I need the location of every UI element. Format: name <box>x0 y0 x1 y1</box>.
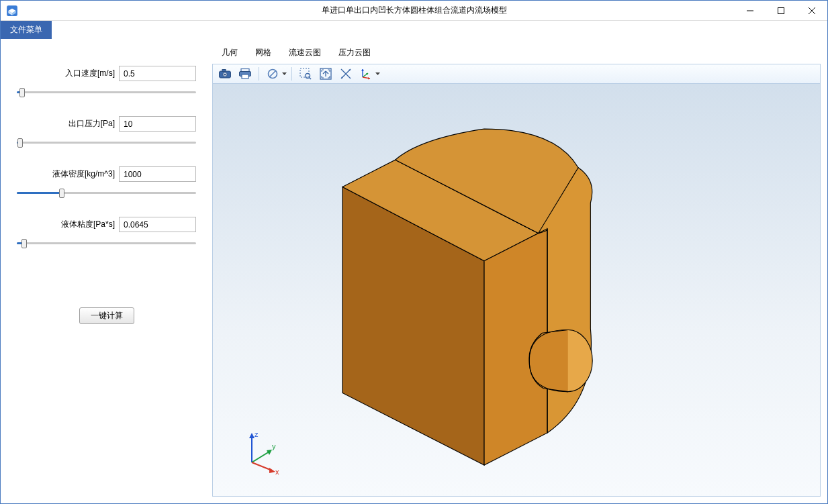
svg-rect-6 <box>222 70 226 72</box>
file-menu[interactable]: 文件菜单 <box>1 21 52 39</box>
svg-line-40 <box>252 462 272 470</box>
svg-rect-9 <box>241 69 249 72</box>
compute-button[interactable]: 一键计算 <box>79 307 134 324</box>
menubar: 文件菜单 <box>1 21 827 39</box>
app-window: 单进口单出口内凹长方体圆柱体组合流道内流场模型 文件菜单 入口速度[m/s] <box>0 0 828 504</box>
svg-marker-28 <box>368 77 370 80</box>
tab-velocity-contour[interactable]: 流速云图 <box>286 46 324 60</box>
svg-marker-24 <box>361 69 364 71</box>
fit-view-icon[interactable] <box>316 66 335 82</box>
svg-rect-15 <box>300 68 309 77</box>
orientation-triad: z y x <box>238 429 285 476</box>
inlet-velocity-input[interactable] <box>119 66 196 81</box>
zoom-select-icon[interactable] <box>296 66 315 82</box>
outlet-pressure-slider[interactable] <box>17 136 196 149</box>
reset-view-icon[interactable] <box>336 66 355 82</box>
tab-pressure-contour[interactable]: 压力云图 <box>336 46 373 60</box>
density-input[interactable] <box>119 166 196 182</box>
window-controls <box>735 1 827 20</box>
tab-geometry[interactable]: 几何 <box>219 46 240 60</box>
axes-icon[interactable] <box>357 66 375 82</box>
triad-x-label: x <box>275 468 279 476</box>
svg-rect-2 <box>778 7 784 13</box>
viewport-toolbar <box>212 64 821 84</box>
chevron-down-icon[interactable] <box>281 72 287 75</box>
viscosity-input[interactable] <box>119 217 196 232</box>
view-tabs: 几何 网格 流速云图 压力云图 <box>212 42 821 64</box>
svg-line-38 <box>252 452 269 462</box>
param-outlet-pressure: 出口压力[Pa] <box>17 116 196 149</box>
forbid-icon[interactable] <box>263 66 282 82</box>
maximize-button[interactable] <box>766 1 796 20</box>
viscosity-label: 液体粘度[Pa*s] <box>61 219 115 230</box>
app-icon <box>6 5 18 17</box>
inlet-velocity-label: 入口速度[m/s] <box>65 68 115 79</box>
outlet-pressure-input[interactable] <box>119 116 196 132</box>
svg-marker-37 <box>249 433 255 438</box>
triad-y-label: y <box>272 442 276 450</box>
svg-line-17 <box>310 78 312 80</box>
tab-mesh[interactable]: 网格 <box>252 46 274 60</box>
content-panel: 几何 网格 流速云图 压力云图 <box>212 39 827 503</box>
svg-marker-41 <box>269 468 275 473</box>
outlet-pressure-label: 出口压力[Pa] <box>68 118 115 130</box>
svg-line-13 <box>270 71 276 77</box>
toolbar-separator <box>291 67 292 81</box>
triad-z-label: z <box>255 430 259 438</box>
param-viscosity: 液体粘度[Pa*s] <box>17 217 196 250</box>
density-label: 液体密度[kg/m^3] <box>52 168 115 180</box>
chevron-down-icon[interactable] <box>374 72 381 75</box>
density-slider[interactable] <box>17 186 196 199</box>
param-density: 液体密度[kg/m^3] <box>17 166 196 199</box>
svg-point-8 <box>224 73 226 75</box>
close-button[interactable] <box>796 1 827 20</box>
viscosity-slider[interactable] <box>17 236 196 250</box>
svg-rect-11 <box>242 74 248 79</box>
param-inlet-velocity: 入口速度[m/s] <box>17 66 196 99</box>
print-icon[interactable] <box>236 66 255 82</box>
minimize-button[interactable] <box>735 1 766 20</box>
svg-marker-29 <box>375 72 380 75</box>
parameter-panel: 入口速度[m/s] 出口压力[Pa] <box>1 39 212 503</box>
geometry-model <box>213 84 820 496</box>
titlebar: 单进口单出口内凹长方体圆柱体组合流道内流场模型 <box>1 1 827 21</box>
toolbar-separator <box>259 67 259 81</box>
geometry-viewport[interactable]: z y x <box>212 84 821 497</box>
inlet-velocity-slider[interactable] <box>17 85 196 99</box>
camera-icon[interactable] <box>216 66 234 82</box>
svg-marker-14 <box>282 72 287 75</box>
window-title: 单进口单出口内凹长方体圆柱体组合流道内流场模型 <box>1 5 827 16</box>
